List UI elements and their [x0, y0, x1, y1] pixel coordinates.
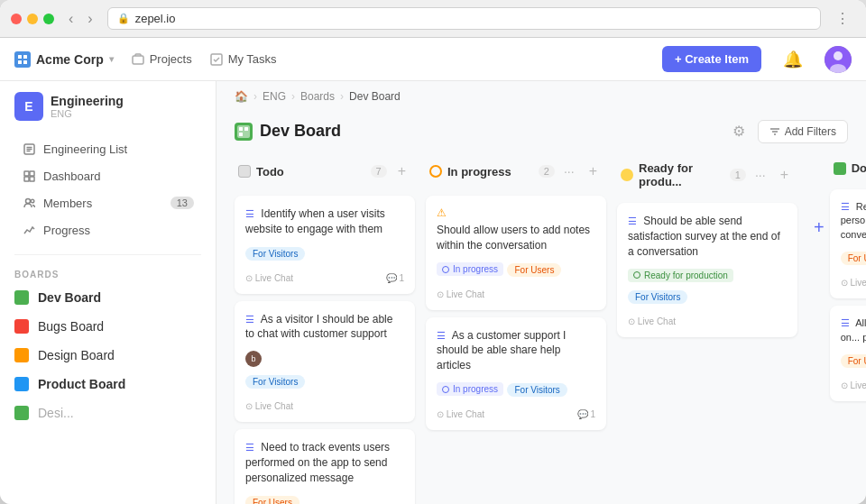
sidebar-board-design[interactable]: Design Board [0, 341, 216, 370]
breadcrumb: 🏠 › ENG › Boards › Dev Board [216, 81, 866, 112]
inprogress-column-count: 2 [539, 165, 555, 178]
create-item-button[interactable]: + Create Item [662, 46, 761, 72]
sidebar-board-desi-label: Desi... [38, 406, 74, 420]
sidebar-members-count: 13 [170, 197, 194, 209]
sidebar-workspace-subtitle: ENG [51, 108, 124, 119]
add-filters-button[interactable]: Add Filters [758, 120, 848, 143]
card-todo-3[interactable]: ☰ Need to track events users performed o… [235, 429, 415, 504]
design-board-dot [14, 348, 29, 362]
svg-rect-14 [30, 171, 34, 176]
board-settings-button[interactable]: ⚙ [729, 119, 749, 143]
app-toolbar: Acme Corp ▾ Projects My Tasks + Create I… [0, 38, 866, 81]
breadcrumb-eng[interactable]: ENG [263, 90, 286, 103]
card-ready-1-badge: Ready for production [628, 269, 733, 282]
browser-chrome: ‹ › 🔒 zepel.io ⋮ [0, 0, 866, 38]
svg-point-20 [17, 322, 26, 331]
svg-rect-15 [24, 177, 29, 181]
sidebar-item-engineering-list[interactable]: Engineering List [7, 135, 208, 162]
browser-titlebar: ‹ › 🔒 zepel.io ⋮ [0, 0, 866, 37]
card-done-2[interactable]: ☰ Allow use... based on... product For U… [830, 306, 866, 401]
breadcrumb-home[interactable]: 🏠 [235, 90, 248, 103]
ready-menu-button[interactable]: ··· [751, 166, 769, 184]
sidebar-board-bugs-label: Bugs Board [38, 319, 104, 334]
card-todo-1-footer: ⊙ Live Chat 💬 1 [245, 273, 404, 283]
sidebar-board-product[interactable]: Product Board [0, 370, 216, 399]
list-icon [22, 142, 36, 156]
sidebar-workspace: E Engineering ENG [0, 81, 216, 132]
projects-nav-item[interactable]: Projects [132, 52, 192, 66]
card-icon-d2: ☰ [841, 317, 850, 328]
card-todo-2[interactable]: ☰ As a visitor I should be able to chat … [235, 301, 415, 423]
mytasks-nav-item[interactable]: My Tasks [210, 52, 277, 66]
done-column-title: Done [852, 161, 866, 175]
breadcrumb-sep-1: › [253, 90, 257, 103]
ready-column-title: Ready for produ... [639, 161, 724, 188]
inprogress-column-title: In progress [447, 165, 533, 179]
card-icon-d1: ☰ [841, 201, 850, 212]
sidebar-dashboard-label: Dashboard [43, 170, 194, 183]
inprogress-add-button[interactable]: + [584, 161, 603, 181]
card-icon-ip2: ☰ [437, 330, 446, 341]
workspace-chevron-icon: ▾ [109, 54, 114, 64]
svg-rect-27 [239, 133, 243, 136]
card-ready-1[interactable]: ☰ Should be able send satisfaction surve… [617, 203, 797, 337]
card-done-1[interactable]: ☰ Reports t... persona... performi... co… [830, 189, 866, 298]
toolbar-nav: Projects My Tasks [132, 52, 277, 66]
workspace-name-label: Acme Corp [36, 52, 104, 67]
svg-rect-23 [17, 408, 26, 417]
traffic-light-red[interactable] [11, 14, 22, 24]
card-inprogress-2-comments: 💬 1 [577, 409, 595, 419]
user-avatar[interactable] [825, 46, 852, 73]
card-done-2-livechat: ⊙ Live Chat [841, 380, 866, 390]
main-content: 🏠 › ENG › Boards › Dev Board Dev Board ⚙ [216, 81, 866, 504]
kanban-board: Todo 7 + ☰ Identify when a user visits w… [216, 154, 866, 504]
board-title-container: Dev Board [235, 122, 341, 141]
sidebar-board-dev-label: Dev Board [38, 290, 101, 305]
inprogress-indicator [429, 165, 442, 178]
add-column-icon[interactable]: + [808, 215, 830, 240]
card-inprogress-1-title: Should allow users to add notes within t… [437, 223, 595, 253]
column-inprogress-header: In progress 2 ··· + [426, 154, 606, 188]
card-icon-3: ☰ [245, 442, 254, 453]
browser-menu-icon[interactable]: ⋮ [830, 8, 855, 29]
sidebar-item-progress[interactable]: Progress [7, 216, 208, 243]
column-done: Done ☰ Reports t... persona... performi.… [830, 154, 866, 408]
card-inprogress-2[interactable]: ☰ As a customer support I should be able… [426, 317, 606, 430]
svg-rect-19 [17, 293, 26, 302]
board-title-icon [235, 123, 253, 141]
notification-button[interactable]: 🔔 [779, 46, 806, 73]
sidebar-board-design-label: Design Board [38, 348, 115, 362]
ready-add-button[interactable]: + [775, 165, 794, 185]
sidebar-board-product-label: Product Board [38, 377, 125, 391]
card-inprogress-1[interactable]: ⚠ Should allow users to add notes within… [426, 196, 606, 310]
traffic-lights [11, 14, 54, 24]
column-todo-header: Todo 7 + [235, 154, 415, 188]
todo-add-button[interactable]: + [392, 161, 411, 181]
card-ready-1-title: ☰ Should be able send satisfaction surve… [628, 214, 787, 259]
sidebar-item-members[interactable]: Members 13 [7, 189, 208, 216]
workspace-selector[interactable]: Acme Corp ▾ [14, 51, 114, 68]
traffic-light-green[interactable] [43, 14, 54, 24]
traffic-light-yellow[interactable] [27, 14, 38, 24]
card-todo-1[interactable]: ☰ Identify when a user visits website to… [235, 196, 415, 294]
forward-button[interactable]: › [82, 9, 97, 29]
sidebar-item-dashboard[interactable]: Dashboard [7, 162, 208, 189]
sidebar-board-bugs[interactable]: Bugs Board [0, 312, 216, 341]
svg-rect-2 [18, 60, 22, 64]
card-done-1-footer: ⊙ Live Chat [841, 278, 866, 288]
sidebar-board-dev[interactable]: Dev Board [0, 283, 216, 312]
breadcrumb-boards[interactable]: Boards [300, 90, 335, 103]
card-todo-1-title: ☰ Identify when a user visits website to… [245, 206, 404, 237]
back-button[interactable]: ‹ [63, 9, 78, 29]
add-column-button[interactable]: + [808, 154, 830, 240]
product-board-dot [14, 377, 29, 391]
inprogress-menu-button[interactable]: ··· [560, 162, 578, 180]
svg-rect-24 [237, 125, 250, 138]
card-todo-2-title: ☰ As a visitor I should be able to chat … [245, 312, 404, 343]
sidebar-board-desi[interactable]: Desi... [0, 399, 216, 427]
card-ready-1-livechat: ⊙ Live Chat [628, 316, 676, 326]
address-bar[interactable]: 🔒 zepel.io [107, 7, 821, 30]
warning-icon: ⚠ [437, 206, 447, 219]
column-ready-header: Ready for produ... 1 ··· + [617, 154, 797, 196]
card-icon-r1: ☰ [628, 215, 637, 226]
